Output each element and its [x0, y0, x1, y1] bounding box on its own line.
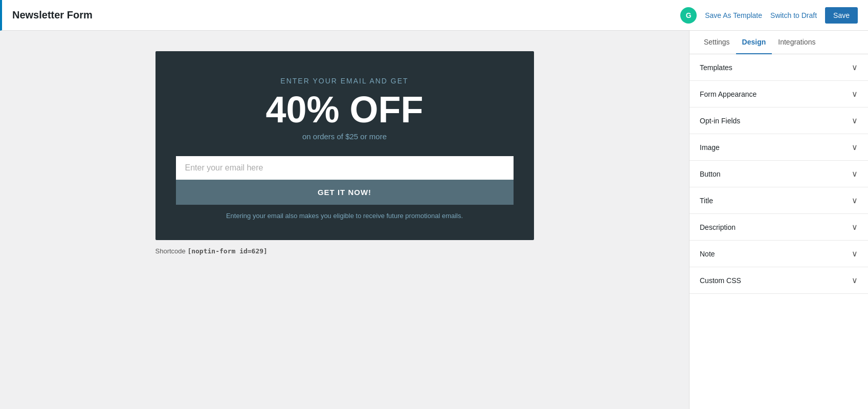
accordion-header-opt-in-fields[interactable]: Opt-in Fields∨: [689, 107, 868, 134]
accordion-header-button[interactable]: Button∨: [689, 161, 868, 187]
accordion-label-opt-in-fields: Opt-in Fields: [700, 117, 740, 125]
accordion-item-note: Note∨: [689, 241, 868, 267]
sidebar-tabs: Settings Design Integrations: [689, 31, 868, 54]
accordion-item-image: Image∨: [689, 134, 868, 161]
header: Newsletter Form G Save As Template Switc…: [0, 0, 868, 31]
form-note: Entering your email also makes you eligi…: [176, 212, 514, 220]
header-right: G Save As Template Switch to Draft Save: [680, 7, 858, 24]
sidebar: Settings Design Integrations Templates∨F…: [689, 31, 868, 409]
accordion-label-button: Button: [700, 170, 720, 178]
accordion: Templates∨Form Appearance∨Opt-in Fields∨…: [689, 54, 868, 294]
email-input[interactable]: [176, 156, 514, 180]
accordion-label-description: Description: [700, 223, 736, 231]
accordion-item-form-appearance: Form Appearance∨: [689, 81, 868, 107]
tab-design[interactable]: Design: [736, 31, 772, 54]
accordion-header-custom-css[interactable]: Custom CSS∨: [689, 267, 868, 293]
switch-to-draft-button[interactable]: Switch to Draft: [770, 11, 817, 19]
chevron-down-icon: ∨: [852, 196, 858, 205]
chevron-down-icon: ∨: [852, 249, 858, 259]
accordion-header-note[interactable]: Note∨: [689, 241, 868, 267]
chevron-down-icon: ∨: [852, 62, 858, 72]
chevron-down-icon: ∨: [852, 142, 858, 152]
chevron-down-icon: ∨: [852, 222, 858, 232]
tab-settings[interactable]: Settings: [698, 31, 736, 54]
accordion-header-templates[interactable]: Templates∨: [689, 54, 868, 80]
form-headline: 40% OFF: [176, 91, 514, 128]
accordion-item-templates: Templates∨: [689, 54, 868, 81]
chevron-down-icon: ∨: [852, 275, 858, 285]
canvas-area: ENTER YOUR EMAIL AND GET 40% OFF on orde…: [0, 31, 689, 409]
form-subtitle: ENTER YOUR EMAIL AND GET: [176, 77, 514, 85]
accordion-item-button: Button∨: [689, 161, 868, 187]
shortcode-value: [noptin-form id=629]: [187, 247, 268, 255]
chevron-down-icon: ∨: [852, 169, 858, 179]
shortcode-prefix: Shortcode: [155, 247, 186, 255]
page-title: Newsletter Form: [12, 9, 93, 21]
grammarly-icon[interactable]: G: [680, 7, 697, 24]
chevron-down-icon: ∨: [852, 116, 858, 125]
accordion-header-form-appearance[interactable]: Form Appearance∨: [689, 81, 868, 107]
header-left: Newsletter Form: [12, 9, 93, 21]
accordion-header-image[interactable]: Image∨: [689, 134, 868, 160]
accordion-header-title[interactable]: Title∨: [689, 187, 868, 213]
shortcode-area: Shortcode [noptin-form id=629]: [155, 247, 268, 255]
accordion-label-templates: Templates: [700, 63, 732, 72]
accordion-label-title: Title: [700, 197, 713, 205]
accordion-label-image: Image: [700, 143, 720, 152]
form-subtext: on orders of $25 or more: [176, 132, 514, 141]
accordion-label-form-appearance: Form Appearance: [700, 90, 756, 98]
accordion-item-opt-in-fields: Opt-in Fields∨: [689, 107, 868, 134]
accordion-header-description[interactable]: Description∨: [689, 214, 868, 240]
submit-button[interactable]: GET IT NOW!: [176, 180, 514, 205]
chevron-down-icon: ∨: [852, 89, 858, 99]
accordion-item-title: Title∨: [689, 187, 868, 214]
accordion-item-custom-css: Custom CSS∨: [689, 267, 868, 294]
accordion-label-note: Note: [700, 250, 715, 258]
save-as-template-button[interactable]: Save As Template: [705, 11, 762, 19]
accordion-label-custom-css: Custom CSS: [700, 276, 741, 285]
main-layout: ENTER YOUR EMAIL AND GET 40% OFF on orde…: [0, 31, 868, 409]
form-preview: ENTER YOUR EMAIL AND GET 40% OFF on orde…: [155, 51, 534, 240]
save-button[interactable]: Save: [825, 7, 858, 24]
accordion-item-description: Description∨: [689, 214, 868, 241]
tab-integrations[interactable]: Integrations: [772, 31, 821, 54]
